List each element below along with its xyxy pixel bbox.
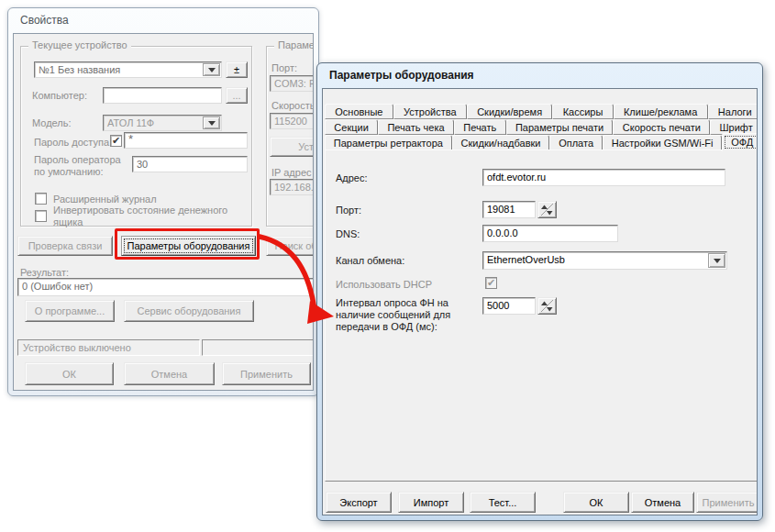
port-field[interactable]: COM3: FF [270,75,314,92]
set-button[interactable]: Установить [270,137,314,157]
ip-address-field[interactable]: 192.168.1 [270,179,314,195]
ofd-port-field[interactable]: 19081 [482,201,536,218]
result-field: 0 (Ошибок нет) [17,278,314,296]
test-button[interactable]: Тест... [470,492,536,513]
status-bar-empty [202,339,314,356]
operator-password-field[interactable]: 30 [132,156,248,172]
dhcp-label: Использовать DHCP [336,279,432,291]
channel-label: Канал обмена: [336,255,404,267]
ofd-port-label: Порт: [336,205,361,216]
tab-ofd[interactable]: ОФД [722,133,758,151]
speed-field[interactable]: 115200 [270,113,314,129]
current-device-group-caption: Текущее устройство [28,39,131,50]
spin-up-down-icon [539,299,555,313]
import-button[interactable]: Импорт [398,492,464,513]
interval-field[interactable]: 5000 [482,297,536,315]
cancel-button[interactable]: Отмена [631,492,694,513]
search-equipment-button[interactable]: Поиск оборудования [266,236,314,256]
speed-label: Скорость [271,100,314,112]
ip-address-label: IP адрес и [271,167,314,179]
chevron-down-icon[interactable] [203,116,220,129]
invert-drawer-label: Инвертировать состояние денежного ящика [53,205,250,228]
properties-window-title: Свойства [8,8,318,33]
connection-params-group-caption: Параметры связи [274,39,314,50]
model-combobox[interactable]: АТОЛ 11Ф [103,115,222,131]
stage: Свойства Текущее устройство №1 Без назва… [0,0,775,532]
tab-pechat[interactable]: Печать [454,119,506,135]
ok-button[interactable]: ОК [25,362,114,385]
port-label: Порт: [271,62,297,74]
model-label: Модель: [32,117,72,129]
interval-label: Интервал опроса ФН на наличие сообщений … [336,297,475,333]
chevron-down-icon[interactable] [203,63,220,76]
model-combobox-value: АТОЛ 11Ф [107,117,154,128]
ofd-port-spinner[interactable] [537,201,557,218]
tab-kassiry[interactable]: Кассиры [552,104,613,119]
highlight-rectangle [115,228,260,260]
add-remove-device-button[interactable]: ± [226,61,248,78]
computer-label: Компьютер: [32,90,87,102]
equipment-params-window-title: Параметры оборудования [317,63,762,88]
tab-klishe-reklama[interactable]: Клише/реклама [614,104,708,119]
check-icon: ✔ [487,278,495,288]
access-password-checkbox[interactable]: ✔ [110,135,122,147]
channel-combobox[interactable]: EthernetOverUsb [482,251,727,270]
browse-computer-button[interactable]: ... [226,87,248,104]
invert-drawer-checkbox[interactable] [35,210,47,222]
properties-window: Свойства Текущее устройство №1 Без назва… [7,7,319,396]
check-icon: ✔ [112,136,120,146]
access-password-label: Пароль доступа [34,137,109,149]
address-field[interactable]: ofdt.evotor.ru [482,169,725,186]
equipment-params-window-body: Основные Устройства Скидки/время Кассиры… [322,88,758,515]
dns-field[interactable]: 0.0.0.0 [482,225,618,242]
export-button[interactable]: Экспорт [326,492,392,513]
tab-skorost-pechati[interactable]: Скорость печати [613,119,710,135]
spin-up-down-icon [539,203,555,216]
device-combobox-value: №1 Без названия [39,64,120,75]
address-label: Адрес: [336,172,368,184]
properties-window-body: Текущее устройство №1 Без названия ± Ком… [13,33,314,391]
tab-pechat-cheka[interactable]: Печать чека [378,119,454,135]
cancel-button[interactable]: Отмена [124,362,215,385]
chevron-down-icon[interactable] [708,253,725,268]
dhcp-checkbox[interactable]: ✔ [485,277,497,289]
channel-combobox-value: EthernetOverUsb [487,254,565,265]
access-password-field[interactable]: * [124,132,248,149]
tab-ustroystva[interactable]: Устройства [393,104,467,119]
extended-log-checkbox[interactable] [35,193,47,205]
operator-password-label: Пароль оператора по умолчанию: [34,154,128,178]
apply-button[interactable]: Применить [222,362,311,385]
apply-button[interactable]: Применить [696,492,758,513]
tab-parametry-pechati[interactable]: Параметры печати [506,119,614,135]
tab-skidki-vremya[interactable]: Скидки/время [467,104,553,119]
status-bar-text: Устройство выключено [17,339,200,356]
dns-label: DNS: [336,228,360,240]
tab-nalogi[interactable]: Налоги [708,104,758,119]
about-button[interactable]: О программе... [25,300,115,322]
check-connection-button[interactable]: Проверка связи [17,236,113,256]
service-button[interactable]: Сервис оборудования [124,300,254,322]
equipment-params-window: Параметры оборудования Основные Устройст… [316,62,763,521]
tab-sektsii[interactable]: Секции [325,119,378,135]
ok-button[interactable]: ОК [563,492,629,513]
computer-field[interactable] [103,87,222,104]
tab-osnovnye[interactable]: Основные [325,104,393,119]
device-combobox[interactable]: №1 Без названия [34,61,222,78]
interval-spinner[interactable] [537,297,557,315]
